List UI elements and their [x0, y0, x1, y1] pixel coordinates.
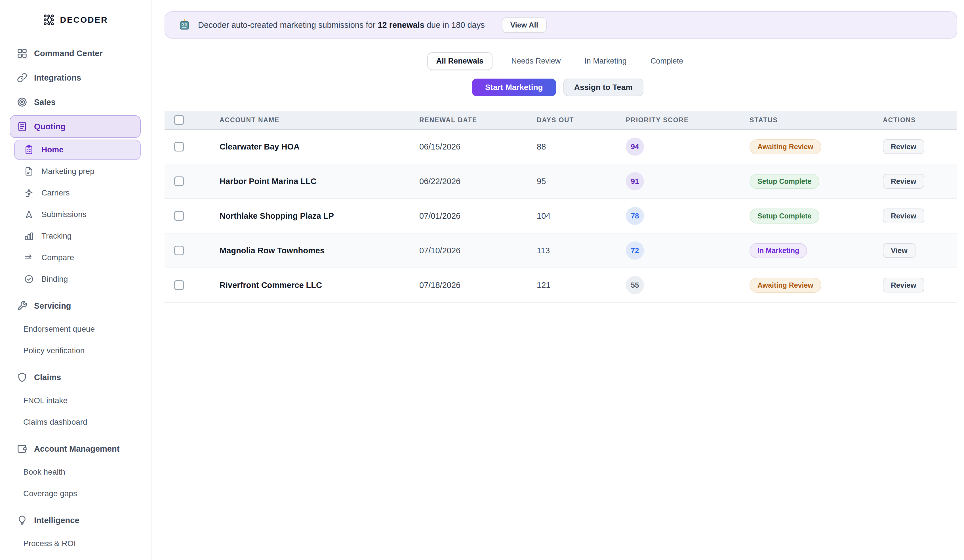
sidebar-item-marketing-prep[interactable]: Marketing prep	[14, 161, 141, 182]
renewal-date: 06/22/2026	[419, 177, 537, 186]
column-header-days-out: DAYS OUT	[537, 116, 626, 124]
sidebar-item-claims-dashboard[interactable]: Claims dashboard	[14, 412, 141, 432]
compare-icon	[24, 252, 34, 263]
account-name: Northlake Shopping Plaza LP	[220, 212, 419, 221]
sidebar-item-sales[interactable]: Sales	[10, 91, 141, 114]
sidebar-item-carriers[interactable]: Carriers	[14, 183, 141, 203]
row-checkbox[interactable]	[174, 246, 184, 255]
table-row-riverfront-commerce-llc: Riverfront Commerce LLC07/18/202612155Aw…	[164, 268, 957, 303]
sidebar-item-account-management[interactable]: Account Management	[10, 438, 141, 460]
sidebar-item-binding[interactable]: Binding	[14, 269, 141, 289]
status-badge: In Marketing	[749, 243, 807, 258]
table-header-row: ACCOUNT NAMERENEWAL DATEDAYS OUTPRIORITY…	[164, 111, 957, 130]
sidebar-item-label: Policy verification	[23, 346, 85, 355]
tab-all-renewals[interactable]: All Renewals	[427, 52, 493, 70]
shield-icon	[16, 372, 28, 383]
sidebar-item-label: Command Center	[34, 49, 103, 58]
sidebar-item-quoting[interactable]: Quoting	[10, 115, 141, 138]
sidebar-item-label: Claims	[34, 373, 61, 382]
row-action-button[interactable]: Review	[883, 139, 924, 154]
sidebar-item-submissions[interactable]: Submissions	[14, 204, 141, 225]
days-out: 104	[537, 212, 626, 221]
sidebar-item-label: Book health	[23, 467, 65, 477]
row-action-button[interactable]: View	[883, 243, 915, 258]
sidebar-item-fnol-intake[interactable]: FNOL intake	[14, 390, 141, 411]
row-checkbox[interactable]	[174, 176, 184, 186]
sidebar-item-servicing[interactable]: Servicing	[10, 295, 141, 317]
row-checkbox[interactable]	[174, 280, 184, 290]
sidebar-item-intelligence[interactable]: Intelligence	[10, 509, 141, 532]
banner-text: Decoder auto-created marketing submissio…	[198, 20, 485, 30]
sidebar-item-label: Claims dashboard	[23, 418, 87, 427]
row-checkbox[interactable]	[174, 142, 184, 151]
table-body: Clearwater Bay HOA06/15/20268894Awaiting…	[164, 130, 957, 303]
sidebar-item-home[interactable]: Home	[14, 140, 141, 160]
clipboard-icon	[24, 145, 34, 155]
renewal-date: 07/18/2026	[419, 280, 537, 290]
sidebar-item-coverage-gaps[interactable]: Coverage gaps	[14, 483, 141, 504]
renewal-date: 07/01/2026	[419, 212, 537, 221]
sidebar-item-claims[interactable]: Claims	[10, 366, 141, 389]
days-out: 121	[537, 280, 626, 290]
view-all-button[interactable]: View All	[502, 17, 547, 33]
sparkle-icon	[24, 188, 34, 198]
sidebar-item-endorsement-queue[interactable]: Endorsement queue	[14, 319, 141, 339]
renewals-table: ACCOUNT NAMERENEWAL DATEDAYS OUTPRIORITY…	[164, 111, 957, 303]
sidebar: DECODER Command CenterIntegrationsSalesQ…	[0, 0, 151, 560]
chart-icon	[24, 231, 34, 241]
brand-logo: DECODER	[10, 14, 141, 26]
main-content: Decoder auto-created marketing submissio…	[151, 0, 964, 560]
sidebar-item-compare[interactable]: Compare	[14, 247, 141, 268]
sidebar-item-tracking[interactable]: Tracking	[14, 226, 141, 246]
file-icon	[24, 166, 34, 176]
status-cell: Awaiting Review	[749, 278, 883, 293]
priority-score-cell: 91	[626, 172, 749, 190]
tab-in-marketing[interactable]: In Marketing	[579, 52, 632, 70]
assign-to-team-button[interactable]: Assign to Team	[563, 78, 643, 96]
actions-cell: View	[883, 243, 957, 258]
select-all-checkbox[interactable]	[174, 115, 184, 125]
sidebar-item-book-health[interactable]: Book health	[14, 462, 141, 482]
target-icon	[16, 96, 28, 108]
start-marketing-button[interactable]: Start Marketing	[472, 78, 556, 96]
status-badge: Setup Complete	[749, 208, 819, 223]
row-checkbox[interactable]	[174, 211, 184, 221]
sidebar-subgroup: Process & ROIAgency BI	[14, 533, 141, 560]
banner-text-suffix: due in 180 days	[424, 20, 485, 29]
row-action-button[interactable]: Review	[883, 208, 924, 223]
tab-complete[interactable]: Complete	[645, 52, 689, 70]
row-checkbox-cell	[164, 211, 220, 221]
priority-score-badge: 94	[626, 138, 644, 156]
row-checkbox-cell	[164, 280, 220, 290]
sidebar-item-process-roi[interactable]: Process & ROI	[14, 533, 141, 554]
account-name: Clearwater Bay HOA	[220, 142, 419, 151]
sidebar-item-command-center[interactable]: Command Center	[10, 42, 141, 65]
sidebar-subgroup: Book healthCoverage gaps	[14, 462, 141, 505]
sidebar-subgroup: FNOL intakeClaims dashboard	[14, 390, 141, 433]
renewal-date: 07/10/2026	[419, 246, 537, 255]
row-action-button[interactable]: Review	[883, 278, 924, 293]
header-checkbox-cell	[164, 115, 220, 125]
wrench-icon	[16, 300, 28, 311]
row-checkbox-cell	[164, 246, 220, 255]
decoder-dots-logo-icon	[42, 14, 55, 26]
brand-name: DECODER	[60, 15, 108, 25]
actions-cell: Review	[883, 139, 957, 154]
sidebar-item-label: Process & ROI	[23, 539, 76, 548]
row-action-button[interactable]: Review	[883, 174, 924, 189]
sidebar-item-policy-verification[interactable]: Policy verification	[14, 340, 141, 361]
bulb-icon	[16, 514, 28, 526]
days-out: 88	[537, 142, 626, 151]
column-header-priority-score: PRIORITY SCORE	[626, 116, 749, 124]
sidebar-item-integrations[interactable]: Integrations	[10, 67, 141, 89]
status-badge: Awaiting Review	[749, 278, 821, 293]
sidebar-item-agency-bi[interactable]: Agency BI	[14, 555, 141, 560]
table-row-clearwater-bay-hoa: Clearwater Bay HOA06/15/20268894Awaiting…	[164, 130, 957, 164]
grid-icon	[16, 48, 28, 59]
table-row-magnolia-row-townhomes: Magnolia Row Townhomes07/10/202611372In …	[164, 233, 957, 268]
status-cell: Awaiting Review	[749, 139, 883, 154]
account-name: Harbor Point Marina LLC	[220, 177, 419, 186]
status-cell: In Marketing	[749, 243, 883, 258]
tab-needs-review[interactable]: Needs Review	[506, 52, 566, 70]
renewal-date: 06/15/2026	[419, 142, 537, 151]
